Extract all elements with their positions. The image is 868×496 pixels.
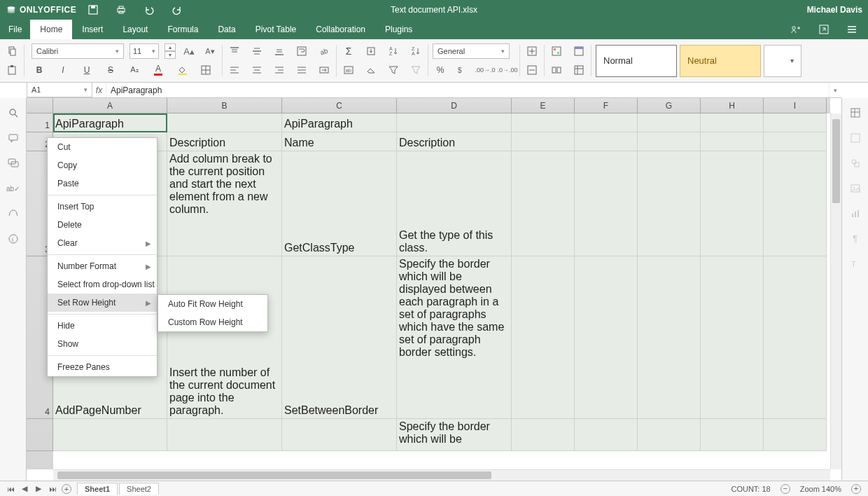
column-header[interactable]: B	[167, 98, 282, 113]
user-name[interactable]: Michael Davis	[807, 5, 862, 15]
cell[interactable]: Specify the border which will be	[397, 419, 512, 451]
context-menu-item[interactable]: Select from drop-down list	[48, 275, 157, 294]
number-format-select[interactable]: General▾	[433, 43, 510, 59]
sheet-tab-1[interactable]: Sheet1	[77, 483, 118, 495]
sheet-last-icon[interactable]: ⏭	[48, 484, 57, 494]
cell[interactable]	[512, 113, 575, 132]
cell-style-normal[interactable]: Normal	[596, 45, 677, 77]
filter-icon[interactable]	[386, 62, 401, 78]
cell[interactable]	[701, 151, 764, 256]
shape-settings-panel-icon[interactable]	[849, 157, 862, 170]
cell[interactable]	[575, 113, 638, 132]
comments-icon[interactable]	[7, 132, 20, 144]
context-menu-item[interactable]: Set Row Height▶	[48, 294, 157, 312]
cell[interactable]	[512, 151, 575, 256]
menu-icon[interactable]	[846, 23, 858, 36]
add-sheet-icon[interactable]: +	[62, 484, 71, 494]
fx-icon[interactable]: fx	[92, 83, 106, 97]
tab-file[interactable]: File	[0, 20, 30, 39]
cell[interactable]: GetClassType	[282, 151, 397, 256]
merge-icon[interactable]	[316, 62, 332, 78]
save-icon[interactable]	[88, 4, 99, 15]
sort-desc-icon[interactable]: ZA	[408, 43, 424, 59]
format-table-icon[interactable]	[571, 43, 587, 59]
wrap-text-icon[interactable]	[294, 43, 309, 59]
tab-layout[interactable]: Layout	[113, 20, 158, 39]
cell[interactable]	[638, 419, 701, 451]
align-middle-icon[interactable]	[249, 43, 265, 59]
context-menu-item[interactable]: Delete	[48, 216, 157, 234]
redo-icon[interactable]	[172, 4, 183, 15]
cell[interactable]	[764, 419, 827, 451]
sort-asc-icon[interactable]: AZ	[386, 43, 401, 59]
increase-font-icon[interactable]: A▴	[181, 43, 197, 59]
cell[interactable]	[701, 256, 764, 419]
undo-icon[interactable]	[144, 4, 155, 15]
fill-color-button[interactable]	[174, 62, 190, 78]
insert-cells-icon[interactable]	[524, 43, 540, 59]
chart-settings-panel-icon[interactable]	[849, 207, 862, 220]
column-header[interactable]: A	[53, 98, 167, 113]
autosum-icon[interactable]: Σ	[341, 43, 356, 59]
tab-formula[interactable]: Formula	[158, 20, 208, 39]
font-size-select[interactable]: 11▾	[130, 43, 159, 59]
formula-input[interactable]: ApiParagraph	[106, 83, 829, 97]
cell[interactable]: Specify the border which will be display…	[397, 256, 512, 419]
cell[interactable]	[397, 113, 512, 132]
cell[interactable]: Get the type of this class.	[397, 151, 512, 256]
align-bottom-icon[interactable]	[272, 43, 287, 59]
cell[interactable]	[638, 151, 701, 256]
sheet-first-icon[interactable]: ⏮	[6, 484, 15, 494]
cell-settings-icon[interactable]	[549, 62, 564, 78]
tab-plugins[interactable]: Plugins	[375, 20, 422, 39]
name-box[interactable]: A1▾	[27, 83, 92, 97]
cell[interactable]	[575, 132, 638, 151]
print-icon[interactable]	[115, 4, 127, 15]
share-icon[interactable]	[790, 23, 802, 36]
context-menu-item[interactable]: Insert Top	[48, 198, 157, 216]
sheet-prev-icon[interactable]: ◀	[20, 484, 29, 494]
font-color-button[interactable]: A	[150, 62, 166, 78]
context-menu-item[interactable]: Number Format▶	[48, 257, 157, 275]
bold-button[interactable]: B	[31, 62, 47, 78]
context-menu-item[interactable]: Hide	[48, 317, 157, 335]
cell-settings-panel-icon[interactable]	[849, 106, 862, 119]
conditional-format-icon[interactable]	[549, 43, 564, 59]
cell[interactable]	[638, 132, 701, 151]
cell[interactable]	[638, 113, 701, 132]
cell[interactable]	[575, 256, 638, 419]
align-right-icon[interactable]	[272, 62, 287, 78]
increase-decimal-icon[interactable]: .0→.00	[500, 62, 515, 78]
spellcheck-icon[interactable]: ab✓	[7, 182, 20, 195]
align-left-icon[interactable]	[227, 62, 242, 78]
decrease-decimal-icon[interactable]: .00→.0	[477, 62, 493, 78]
chat-icon[interactable]	[7, 157, 20, 170]
font-size-up[interactable]: ▴	[164, 43, 176, 51]
context-menu-item[interactable]: Paste	[48, 174, 157, 193]
column-header[interactable]: D	[397, 98, 512, 113]
vertical-scrollbar[interactable]	[830, 113, 841, 469]
about-icon[interactable]: i	[7, 233, 20, 245]
column-header[interactable]: G	[638, 98, 701, 113]
named-range-icon[interactable]: ab	[341, 62, 356, 78]
cell[interactable]	[512, 256, 575, 419]
row-header[interactable]	[27, 419, 53, 451]
underline-button[interactable]: U	[79, 62, 94, 78]
cell[interactable]: ApiParagraph	[53, 113, 167, 132]
context-menu-item[interactable]: Cut	[48, 138, 157, 156]
cell[interactable]: Add column break to the current position…	[167, 151, 282, 256]
cell[interactable]	[764, 113, 827, 132]
context-menu-item[interactable]: Copy	[48, 156, 157, 174]
align-top-icon[interactable]	[227, 43, 242, 59]
tab-data[interactable]: Data	[208, 20, 245, 39]
borders-button[interactable]	[198, 62, 214, 78]
column-header[interactable]: E	[512, 98, 575, 113]
row-header[interactable]: 1	[27, 113, 53, 132]
copy-button[interactable]	[4, 43, 20, 59]
textart-settings-panel-icon[interactable]: T	[849, 258, 862, 270]
cell[interactable]	[512, 132, 575, 151]
cell[interactable]: Insert the number of the current documen…	[167, 256, 282, 419]
cell[interactable]: ApiParagraph	[282, 113, 397, 132]
cell-styles-dropdown[interactable]: ▾	[764, 45, 802, 77]
column-header[interactable]: I	[764, 98, 827, 113]
